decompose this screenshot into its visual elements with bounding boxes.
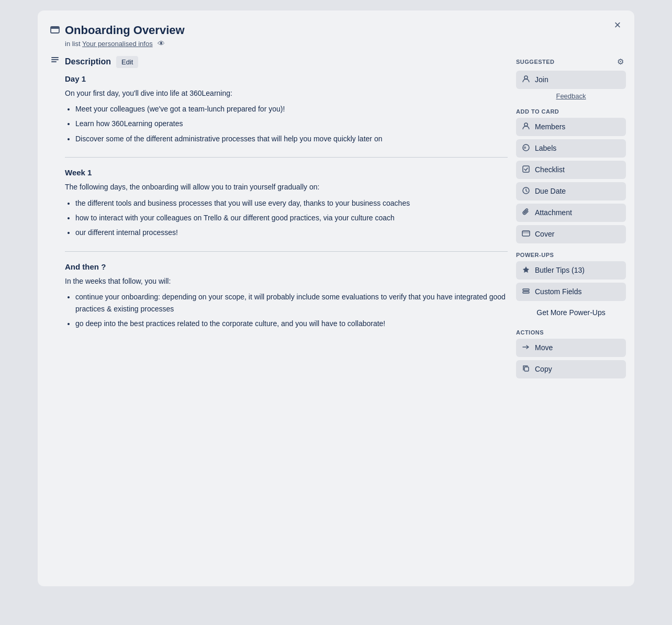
join-button[interactable]: Join: [516, 71, 626, 89]
close-button[interactable]: ×: [609, 17, 626, 34]
svg-rect-9: [523, 166, 529, 172]
section-day1-list: Meet your colleagues (we've got a team-l…: [65, 103, 508, 144]
custom-fields-button[interactable]: Custom Fields: [516, 283, 626, 301]
main-content: Description Edit Day 1 On your first day…: [50, 56, 508, 574]
svg-rect-2: [51, 57, 59, 58]
list-name-link[interactable]: Your personalised infos: [82, 40, 153, 48]
custom-fields-icon: [521, 287, 531, 297]
edit-description-button[interactable]: Edit: [116, 56, 138, 68]
cover-label: Cover: [535, 230, 554, 238]
card-modal: × Onboarding Overview in list Your perso…: [38, 10, 634, 586]
section-week1-intro: The following days, the onboarding will …: [65, 181, 508, 193]
card-subtitle: in list Your personalised infos 👁: [65, 39, 185, 48]
suggested-header: SUGGESTED ⚙: [516, 56, 626, 68]
modal-body: Description Edit Day 1 On your first day…: [50, 56, 626, 574]
actions-label: ACTIONS: [516, 329, 626, 336]
section-week1-list: the different tools and business process…: [65, 197, 508, 239]
suggested-label: SUGGESTED: [516, 59, 555, 65]
card-icon: [50, 25, 60, 37]
section-andthen-intro: In the weeks that follow, you will:: [65, 275, 508, 287]
list-item: continue your onboarding: depending on y…: [75, 291, 508, 315]
modal-header: Onboarding Overview in list Your persona…: [50, 23, 626, 48]
section-andthen-title: And then ?: [65, 262, 508, 271]
description-header: Description Edit: [50, 56, 508, 68]
watch-icon: 👁: [158, 39, 165, 48]
list-item: how to interact with your colleagues on …: [75, 212, 508, 224]
section-andthen-list: continue your onboarding: depending on y…: [65, 291, 508, 329]
add-to-card-label: ADD TO CARD: [516, 108, 626, 115]
list-item: Discover some of the different administr…: [75, 133, 508, 144]
copy-button[interactable]: Copy: [516, 360, 626, 378]
svg-rect-14: [523, 289, 529, 291]
custom-fields-label: Custom Fields: [535, 287, 581, 296]
due-date-label: Due Date: [535, 187, 566, 195]
butler-button[interactable]: Butler Tips (13): [516, 261, 626, 280]
due-date-button[interactable]: Due Date: [516, 182, 626, 200]
description-content: Day 1 On your first day, you'll dive int…: [50, 74, 508, 330]
svg-point-6: [524, 123, 528, 126]
clock-icon: [521, 186, 531, 196]
list-item: Meet your colleagues (we've got a team-l…: [75, 103, 508, 115]
section-week1: Week 1 The following days, the onboardin…: [65, 168, 508, 239]
description-icon: [50, 56, 60, 68]
members-label: Members: [535, 122, 565, 131]
labels-button[interactable]: Labels: [516, 139, 626, 158]
svg-rect-15: [523, 292, 529, 293]
get-more-button[interactable]: Get More Power-Ups: [516, 304, 626, 321]
section-day1-intro: On your first day, you'll dive into life…: [65, 87, 508, 99]
svg-rect-3: [51, 59, 59, 60]
sidebar: SUGGESTED ⚙ Join Feedback ADD TO CARD Me…: [516, 56, 626, 574]
move-label: Move: [535, 343, 553, 352]
section-week1-title: Week 1: [65, 168, 508, 177]
svg-rect-1: [51, 27, 59, 29]
members-icon: [521, 122, 531, 132]
list-item: go deep into the best practices related …: [75, 318, 508, 329]
list-item: the different tools and business process…: [75, 197, 508, 209]
checklist-label: Checklist: [535, 165, 565, 174]
checklist-button[interactable]: Checklist: [516, 161, 626, 179]
labels-icon: [521, 143, 531, 153]
feedback-link[interactable]: Feedback: [516, 92, 626, 100]
card-title: Onboarding Overview: [65, 23, 185, 38]
gear-button[interactable]: ⚙: [615, 56, 626, 68]
copy-label: Copy: [535, 365, 552, 373]
cover-button[interactable]: Cover: [516, 225, 626, 243]
svg-point-5: [524, 76, 528, 79]
svg-rect-16: [524, 367, 529, 371]
members-button[interactable]: Members: [516, 118, 626, 136]
arrow-icon: [521, 343, 531, 353]
person-icon: [521, 75, 531, 85]
svg-point-8: [524, 147, 526, 148]
labels-label: Labels: [535, 144, 556, 152]
butler-label: Butler Tips (13): [535, 266, 585, 274]
title-block: Onboarding Overview in list Your persona…: [65, 23, 185, 48]
attachment-button[interactable]: Attachment: [516, 204, 626, 222]
move-button[interactable]: Move: [516, 339, 626, 357]
power-ups-label: POWER-UPS: [516, 252, 626, 258]
svg-rect-4: [51, 61, 57, 62]
svg-marker-13: [523, 266, 529, 273]
butler-icon: [521, 265, 531, 275]
section-day1: Day 1 On your first day, you'll dive int…: [65, 74, 508, 145]
list-item: Learn how 360Learning operates: [75, 118, 508, 129]
divider2: [65, 251, 508, 252]
copy-icon: [521, 364, 531, 374]
svg-rect-12: [522, 231, 530, 233]
attachment-label: Attachment: [535, 208, 572, 217]
list-item: our different internal processes!: [75, 227, 508, 238]
divider1: [65, 157, 508, 158]
cover-icon: [521, 229, 531, 239]
section-andthen: And then ? In the weeks that follow, you…: [65, 262, 508, 330]
description-label: Description: [65, 57, 111, 66]
checklist-icon: [521, 165, 531, 175]
paperclip-icon: [521, 208, 531, 218]
join-label: Join: [535, 75, 548, 84]
section-day1-title: Day 1: [65, 74, 508, 83]
